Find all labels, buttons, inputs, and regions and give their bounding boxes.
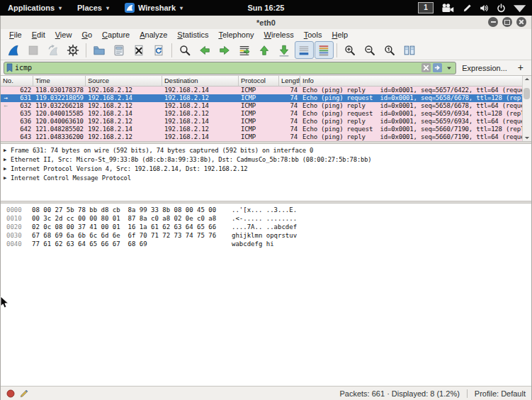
start-capture-button[interactable] xyxy=(4,41,23,59)
expression-button[interactable]: Expression... xyxy=(460,64,509,72)
column-header-info[interactable]: Info xyxy=(300,76,531,86)
minimize-button[interactable] xyxy=(488,17,498,27)
menu-statistics[interactable]: Statistics xyxy=(172,30,213,39)
scrollbar-thumb[interactable] xyxy=(523,88,530,99)
hex-line[interactable]: 001000 3c 2d cc 00 00 80 01 87 8a c0 a8 … xyxy=(1,214,531,223)
detail-line[interactable]: ▶Ethernet II, Src: Micro-St_99:33:8b (d8… xyxy=(1,155,531,164)
menu-telephony[interactable]: Telephony xyxy=(213,30,259,39)
resize-columns-button[interactable] xyxy=(400,41,419,59)
column-header-no[interactable]: No. xyxy=(1,76,33,86)
restart-capture-button[interactable] xyxy=(44,41,63,59)
hex-line[interactable]: 003067 68 69 6a 6b 6c 6d 6e 6f 70 71 72 … xyxy=(1,231,531,240)
cell-source: 192.168.2.14 xyxy=(86,94,162,102)
topbar-menu-places[interactable]: Places▾ xyxy=(69,0,117,16)
menu-capture[interactable]: Capture xyxy=(97,30,135,39)
hex-line[interactable]: 000008 00 27 5b 78 bb d8 cb 8a 99 33 8b … xyxy=(1,206,531,214)
capture-options-button[interactable] xyxy=(64,41,83,59)
go-previous-packet-button[interactable] xyxy=(196,41,215,59)
filter-clear-button[interactable] xyxy=(421,63,431,72)
hex-dump-pane[interactable]: 000008 00 27 5b 78 bb d8 cb 8a 99 33 8b … xyxy=(1,204,531,386)
column-header-time[interactable]: Time xyxy=(33,76,86,86)
filter-bookmark-icon[interactable] xyxy=(6,63,13,72)
detail-line[interactable]: ▶Internet Control Message Protocol xyxy=(1,173,531,182)
camcorder-icon[interactable] xyxy=(441,4,455,13)
expand-arrow-icon[interactable]: ▶ xyxy=(4,148,11,153)
scroll-up-icon[interactable] xyxy=(524,77,530,81)
hex-line[interactable]: 004077 61 62 63 64 65 66 67 68 69wabcdef… xyxy=(1,240,531,248)
menu-file[interactable]: File xyxy=(4,30,27,39)
find-packet-icon xyxy=(179,44,191,57)
menu-go[interactable]: Go xyxy=(77,30,97,39)
close-button[interactable] xyxy=(516,17,526,27)
packet-row-636[interactable]: 636120.040063610192.168.2.12192.168.2.14… xyxy=(1,118,531,126)
cell-time: 120.040063610 xyxy=(33,118,86,126)
reload-file-button[interactable] xyxy=(149,41,169,59)
go-last-packet-button[interactable] xyxy=(275,41,294,59)
colorize-packets-button[interactable] xyxy=(315,41,334,59)
go-first-packet-button[interactable] xyxy=(255,41,274,59)
packet-row-631[interactable]: →631119.032218059192.168.2.14192.168.2.1… xyxy=(1,94,531,102)
hex-line[interactable]: 002002 0c 08 00 37 41 00 01 16 1a 61 62 … xyxy=(1,223,531,231)
auto-scroll-button[interactable] xyxy=(295,41,314,59)
stop-capture-button[interactable] xyxy=(24,41,43,59)
cell-time: 119.032218059 xyxy=(33,94,86,102)
display-filter-field[interactable] xyxy=(4,62,456,74)
column-header-dst[interactable]: Destination xyxy=(162,76,239,86)
clock[interactable]: Sun 16:25 xyxy=(248,4,285,12)
menu-help[interactable]: Help xyxy=(327,30,353,39)
power-icon[interactable] xyxy=(497,4,506,13)
maximize-button[interactable] xyxy=(502,17,512,27)
filter-input[interactable] xyxy=(15,64,419,72)
expand-arrow-icon[interactable]: ▶ xyxy=(4,157,11,162)
capture-options-icon xyxy=(67,44,79,57)
cell-protocol: ICMP xyxy=(239,94,279,102)
menu-wireless[interactable]: Wireless xyxy=(259,30,299,39)
close-file-button[interactable] xyxy=(130,41,149,59)
column-header-len[interactable]: Length xyxy=(279,76,300,86)
cell-info: Echo (ping) request id=0x0001, seq=5659/… xyxy=(300,110,531,118)
packet-row-643[interactable]: 643121.048336200192.168.2.12192.168.2.14… xyxy=(1,133,531,141)
packet-row-632[interactable]: ←632119.032266218192.168.2.12192.168.2.1… xyxy=(1,102,531,110)
profile-label[interactable]: Profile: Default xyxy=(475,389,526,398)
menu-view[interactable]: View xyxy=(50,30,77,39)
related-packet-marker xyxy=(1,126,11,133)
open-file-button[interactable] xyxy=(90,41,109,59)
topbar-menu-wireshark[interactable]: Wireshark▾ xyxy=(117,0,191,16)
hex-bytes: 67 68 69 6a 6b 6c 6d 6e 6f 70 71 72 73 7… xyxy=(28,231,222,240)
find-packet-button[interactable] xyxy=(176,41,195,59)
pen-icon[interactable] xyxy=(463,4,472,13)
zoom-original-button[interactable] xyxy=(380,41,400,59)
filter-dropdown-caret-icon[interactable] xyxy=(444,63,453,72)
menu-edit[interactable]: Edit xyxy=(27,30,50,39)
column-header-src[interactable]: Source xyxy=(86,76,162,86)
volume-icon[interactable] xyxy=(480,4,489,13)
zoom-in-button[interactable] xyxy=(341,41,360,59)
cell-length: 74 xyxy=(279,118,300,126)
scroll-down-icon[interactable] xyxy=(524,136,530,140)
packet-counts: Packets: 661 · Displayed: 8 (1.2%) xyxy=(339,389,459,398)
packet-list-scrollbar[interactable] xyxy=(522,76,531,141)
title-bar[interactable]: *eth0 xyxy=(1,16,531,29)
menu-tools[interactable]: Tools xyxy=(299,30,327,39)
expand-arrow-icon[interactable]: ▶ xyxy=(4,175,11,181)
menu-analyze[interactable]: Analyze xyxy=(135,30,172,39)
filter-apply-button[interactable] xyxy=(433,63,442,72)
capture-comment-icon[interactable] xyxy=(20,389,28,398)
detail-line[interactable]: ▶Internet Protocol Version 4, Src: 192.1… xyxy=(1,164,531,173)
detail-line[interactable]: ▶Frame 631: 74 bytes on wire (592 bits),… xyxy=(1,145,531,155)
save-file-button[interactable] xyxy=(110,41,129,59)
filter-add-button[interactable]: + xyxy=(513,62,528,74)
topbar-menu-applications[interactable]: Applications▾ xyxy=(0,0,69,16)
workspace-indicator[interactable]: 1 xyxy=(418,2,434,13)
packet-row-642[interactable]: 642121.048285502192.168.2.14192.168.2.12… xyxy=(1,126,531,133)
packet-row-622[interactable]: 622118.030178378192.168.2.12192.168.2.14… xyxy=(1,87,531,94)
go-to-packet-button[interactable] xyxy=(235,41,254,59)
packet-details-pane[interactable]: ▶Frame 631: 74 bytes on wire (592 bits),… xyxy=(1,144,531,201)
zoom-out-button[interactable] xyxy=(361,41,380,59)
go-next-packet-button[interactable] xyxy=(215,41,234,59)
caret-down-white-icon[interactable] xyxy=(514,4,526,13)
expert-info-icon[interactable] xyxy=(6,389,15,398)
packet-row-635[interactable]: 635120.040015585192.168.2.14192.168.2.12… xyxy=(1,110,531,118)
expand-arrow-icon[interactable]: ▶ xyxy=(4,166,11,172)
column-header-proto[interactable]: Protocol xyxy=(239,76,279,86)
